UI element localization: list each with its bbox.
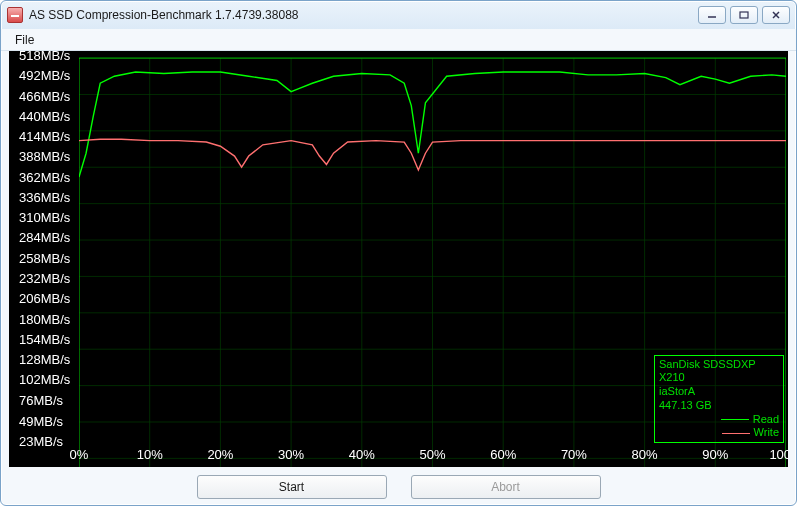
x-tick-label: 10% xyxy=(137,447,163,462)
content-area: 518MB/s492MB/s466MB/s440MB/s414MB/s388MB… xyxy=(1,51,796,505)
chart-area: 518MB/s492MB/s466MB/s440MB/s414MB/s388MB… xyxy=(9,51,788,467)
y-tick-label: 102MB/s xyxy=(19,372,70,387)
y-tick-label: 492MB/s xyxy=(19,68,70,83)
y-tick-label: 232MB/s xyxy=(19,271,70,286)
start-button[interactable]: Start xyxy=(197,475,387,499)
legend-line2: X210 xyxy=(659,371,779,385)
legend-read-swatch xyxy=(721,419,749,420)
legend-read-row: Read xyxy=(659,413,779,427)
y-tick-label: 76MB/s xyxy=(19,392,63,407)
x-tick-label: 40% xyxy=(349,447,375,462)
x-tick-label: 20% xyxy=(207,447,233,462)
menu-file[interactable]: File xyxy=(7,31,42,49)
y-tick-label: 466MB/s xyxy=(19,88,70,103)
legend-box: SanDisk SDSSDXP X210 iaStorA 447.13 GB R… xyxy=(654,355,784,444)
y-tick-label: 23MB/s xyxy=(19,434,63,449)
y-tick-label: 336MB/s xyxy=(19,189,70,204)
x-tick-label: 0% xyxy=(70,447,89,462)
x-tick-label: 90% xyxy=(702,447,728,462)
y-tick-label: 258MB/s xyxy=(19,250,70,265)
minimize-button[interactable] xyxy=(698,6,726,24)
button-row: Start Abort xyxy=(9,467,788,501)
legend-write-label: Write xyxy=(754,426,779,440)
close-button[interactable] xyxy=(762,6,790,24)
maximize-button[interactable] xyxy=(730,6,758,24)
titlebar[interactable]: AS SSD Compression-Benchmark 1.7.4739.38… xyxy=(1,1,796,29)
y-tick-label: 518MB/s xyxy=(19,51,70,62)
y-tick-label: 414MB/s xyxy=(19,129,70,144)
y-tick-label: 388MB/s xyxy=(19,149,70,164)
y-tick-label: 284MB/s xyxy=(19,230,70,245)
y-tick-label: 49MB/s xyxy=(19,413,63,428)
legend-write-swatch xyxy=(722,433,750,434)
svg-rect-1 xyxy=(740,12,748,18)
y-axis: 518MB/s492MB/s466MB/s440MB/s414MB/s388MB… xyxy=(9,51,79,445)
y-tick-label: 440MB/s xyxy=(19,108,70,123)
x-tick-label: 60% xyxy=(490,447,516,462)
x-tick-label: 50% xyxy=(419,447,445,462)
app-icon xyxy=(7,7,23,23)
x-axis: 0%10%20%30%40%50%60%70%80%90%100% xyxy=(79,445,786,467)
x-tick-label: 80% xyxy=(632,447,658,462)
y-tick-label: 128MB/s xyxy=(19,352,70,367)
legend-line3: iaStorA xyxy=(659,385,779,399)
y-tick-label: 154MB/s xyxy=(19,331,70,346)
x-tick-label: 30% xyxy=(278,447,304,462)
y-tick-label: 362MB/s xyxy=(19,169,70,184)
legend-read-label: Read xyxy=(753,413,779,427)
x-tick-label: 70% xyxy=(561,447,587,462)
abort-button: Abort xyxy=(411,475,601,499)
legend-line4: 447.13 GB xyxy=(659,399,779,413)
y-tick-label: 180MB/s xyxy=(19,311,70,326)
window-controls xyxy=(698,6,790,24)
legend-write-row: Write xyxy=(659,426,779,440)
window-title: AS SSD Compression-Benchmark 1.7.4739.38… xyxy=(29,8,692,22)
x-tick-label: 100% xyxy=(769,447,788,462)
menubar: File xyxy=(1,29,796,51)
y-tick-label: 206MB/s xyxy=(19,291,70,306)
y-tick-label: 310MB/s xyxy=(19,210,70,225)
app-window: AS SSD Compression-Benchmark 1.7.4739.38… xyxy=(0,0,797,506)
legend-line1: SanDisk SDSSDXP xyxy=(659,358,779,372)
